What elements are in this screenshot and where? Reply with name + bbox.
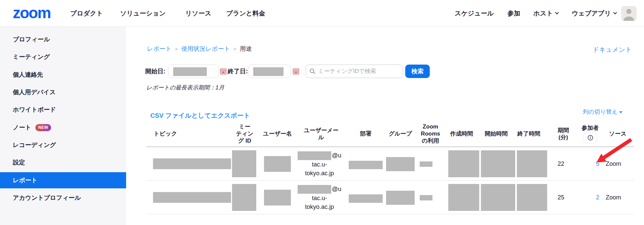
- sidebar-item-profile[interactable]: プロフィール: [0, 31, 126, 47]
- info-icon: [588, 135, 593, 141]
- redacted-start-date: [173, 67, 207, 76]
- col-header-zoom-rooms: Zoom Rooms の利用: [419, 120, 442, 147]
- sidebar: プロフィール ミーティング 個人連絡先 個人用デバイス ホワイトボード ノート …: [0, 27, 126, 225]
- col-header-department: 部署: [348, 120, 383, 147]
- source-value: Zoom: [606, 181, 621, 214]
- participants-info-button[interactable]: [583, 133, 597, 143]
- top-nav: zoom プロダクト ソリューション リソース プランと料金 スケジュール 参加…: [0, 0, 644, 27]
- redacted-email-local: [298, 151, 331, 160]
- redacted-user-name: [264, 156, 291, 172]
- redacted-group: [386, 191, 415, 205]
- breadcrumb-current-page: 用途: [240, 45, 252, 53]
- nav-schedule[interactable]: スケジュール: [455, 0, 494, 27]
- avatar[interactable]: [621, 6, 637, 21]
- person-icon: [621, 6, 637, 21]
- col-header-created-time: 作成時間: [447, 120, 476, 147]
- calendar-icon[interactable]: [220, 68, 227, 75]
- col-header-group: グループ: [386, 120, 415, 147]
- sidebar-item-recordings[interactable]: レコーディング: [0, 137, 126, 153]
- sidebar-item-personal-devices[interactable]: 個人用デバイス: [0, 84, 126, 100]
- main-content: レポート > 使用状況レポート > 用途 ドキュメント 開始日: 終了日:: [126, 27, 644, 225]
- duration-value: 22: [554, 147, 568, 181]
- participants-count-link[interactable]: 5: [590, 147, 605, 181]
- user-email-cell: @utac.u-tokyo.ac.jp: [296, 185, 343, 211]
- col-header-user-email: ユーザーメール: [301, 120, 341, 147]
- start-date-label: 開始日:: [145, 65, 165, 78]
- sidebar-item-reports[interactable]: レポート: [0, 172, 126, 188]
- redacted-end-date: [253, 67, 283, 76]
- meeting-id-search: [306, 65, 403, 78]
- duration-value: 25: [554, 181, 568, 214]
- redacted-end-time: [517, 150, 547, 177]
- redacted-email-local: [298, 185, 331, 194]
- nav-join[interactable]: 参加: [507, 0, 520, 27]
- breadcrumb-usage-reports-link[interactable]: 使用状況レポート: [181, 45, 230, 53]
- redacted-department: [349, 161, 383, 169]
- sidebar-item-whiteboard[interactable]: ホワイトボード: [0, 102, 126, 118]
- redacted-end-time: [517, 184, 547, 211]
- sidebar-item-account-profile[interactable]: アカウントプロフィール: [0, 190, 126, 206]
- redacted-created-time: [448, 184, 479, 211]
- chevron-down-icon: [555, 10, 559, 14]
- redacted-start-time: [481, 150, 515, 177]
- new-badge: NEW: [35, 124, 51, 131]
- search-button[interactable]: 検索: [405, 65, 430, 78]
- table-row: @utac.u-tokyo.ac.jp 22 5 Zoom: [146, 147, 634, 181]
- export-csv-link[interactable]: CSV ファイルとしてエクスポート: [150, 111, 250, 120]
- user-email-cell: @utac.u-tokyo.ac.jp: [296, 151, 343, 178]
- nav-products[interactable]: プロダクト: [70, 0, 103, 27]
- calendar-icon[interactable]: [293, 68, 299, 75]
- columns-toggle[interactable]: 列の切り替え: [583, 108, 622, 116]
- chevron-down-icon: [613, 10, 617, 14]
- source-value: Zoom: [606, 147, 621, 181]
- redacted-zoom-rooms: [420, 195, 432, 200]
- col-header-topic: トピック: [154, 120, 194, 147]
- participants-count-link[interactable]: 2: [590, 181, 605, 214]
- table-row: @utac.u-tokyo.ac.jp 25 2 Zoom: [146, 181, 634, 214]
- nav-host-menu[interactable]: ホスト: [533, 0, 558, 27]
- redacted-start-time: [481, 184, 515, 211]
- nav-webapp-menu[interactable]: ウェブアプリ: [572, 0, 616, 27]
- documentation-link[interactable]: ドキュメント: [593, 45, 632, 54]
- col-header-user-name: ユーザー名: [262, 120, 293, 147]
- sidebar-item-notes[interactable]: ノート NEW: [0, 119, 126, 136]
- col-header-start-time: 開始時間: [482, 120, 510, 147]
- col-header-end-time: 終了時間: [515, 120, 543, 147]
- triangle-down-icon: [619, 111, 622, 113]
- redacted-topic: [153, 158, 231, 169]
- report-period-note: レポートの最長表示期間：1月: [146, 84, 224, 91]
- col-header-participants: 参加者: [573, 120, 607, 147]
- usage-report-table: トピック ミー ティン グ ID ユーザー名 ユーザーメール 部署 グループ Z…: [146, 120, 634, 214]
- nav-solutions[interactable]: ソリューション: [120, 0, 166, 27]
- breadcrumb-separator: >: [175, 46, 178, 52]
- nav-plans-pricing[interactable]: プランと料金: [226, 0, 265, 27]
- end-date-label: 終了日:: [228, 65, 248, 78]
- search-icon: [309, 68, 315, 74]
- redacted-created-time: [448, 150, 479, 177]
- zoom-logo[interactable]: zoom: [13, 4, 50, 22]
- col-header-source: ソース: [606, 120, 630, 147]
- breadcrumb-separator: >: [233, 46, 236, 52]
- breadcrumb-reports-link[interactable]: レポート: [147, 45, 172, 53]
- col-header-duration: 期間 (分): [552, 120, 575, 147]
- redacted-meeting-id: [232, 150, 256, 177]
- redacted-group: [386, 157, 415, 171]
- sidebar-item-meetings[interactable]: ミーティング: [0, 49, 126, 65]
- col-header-meeting-id: ミー ティン グ ID: [232, 120, 257, 147]
- nav-resources[interactable]: リソース: [185, 0, 211, 27]
- redacted-topic: [153, 192, 231, 203]
- redacted-meeting-id: [232, 184, 256, 211]
- start-date-input[interactable]: [168, 65, 219, 78]
- sidebar-item-personal-contacts[interactable]: 個人連絡先: [0, 67, 126, 83]
- zoom-web-portal: zoom プロダクト ソリューション リソース プランと料金 スケジュール 参加…: [0, 0, 644, 225]
- redacted-user-name: [264, 190, 291, 205]
- table-header-row: トピック ミー ティン グ ID ユーザー名 ユーザーメール 部署 グループ Z…: [146, 120, 634, 147]
- breadcrumb: レポート > 使用状況レポート > 用途: [147, 45, 252, 53]
- search-input[interactable]: [318, 68, 400, 75]
- redacted-department: [349, 194, 383, 203]
- sidebar-item-settings[interactable]: 設定: [0, 154, 126, 171]
- end-date-input[interactable]: [248, 65, 291, 78]
- redacted-zoom-rooms: [420, 161, 432, 167]
